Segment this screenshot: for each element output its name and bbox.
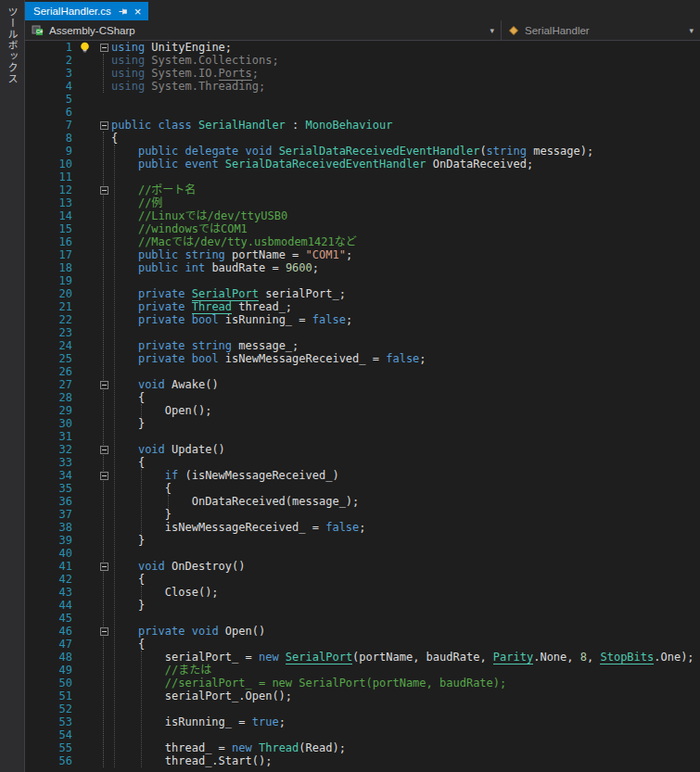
line-number[interactable]: 37 (25, 508, 72, 521)
code-text[interactable]: Open(); (111, 404, 700, 417)
line-number[interactable]: 26 (25, 365, 72, 378)
fold-collapse-toggle[interactable] (100, 44, 108, 52)
code-text[interactable]: { (111, 573, 700, 586)
code-text[interactable] (111, 547, 700, 560)
line-number[interactable]: 56 (25, 754, 72, 767)
lightbulb-icon[interactable] (72, 41, 96, 54)
line-number[interactable]: 28 (25, 391, 72, 404)
code-text[interactable]: thread_.Start(); (111, 754, 700, 767)
code-text[interactable]: Close(); (111, 586, 700, 599)
code-text[interactable]: void Update() (111, 443, 700, 456)
fold-collapse-toggle[interactable] (100, 627, 108, 636)
line-number[interactable]: 32 (25, 443, 72, 456)
line-number[interactable]: 44 (25, 599, 72, 612)
line-number[interactable]: 33 (25, 456, 72, 469)
pin-icon[interactable] (118, 6, 128, 17)
line-number[interactable]: 8 (25, 132, 72, 145)
line-number[interactable]: 19 (25, 274, 72, 287)
line-number[interactable]: 6 (25, 106, 72, 119)
code-text[interactable]: public event SerialDataReceivedEventHand… (111, 158, 700, 171)
code-text[interactable]: if (isNewMessageReceived_) (111, 469, 700, 482)
fold-collapse-toggle[interactable] (100, 446, 108, 454)
line-number[interactable]: 35 (25, 482, 72, 495)
code-text[interactable]: { (111, 456, 700, 469)
code-text[interactable]: } (111, 508, 700, 521)
line-number[interactable]: 53 (25, 715, 72, 728)
line-number[interactable]: 2 (25, 54, 72, 67)
fold-collapse-toggle[interactable] (100, 563, 108, 571)
line-number[interactable]: 23 (25, 326, 72, 339)
line-number[interactable]: 45 (25, 612, 72, 625)
line-number[interactable]: 12 (25, 184, 72, 196)
code-text[interactable]: //serialPort_ = new SerialPort(portName,… (111, 677, 700, 690)
line-number[interactable]: 17 (25, 248, 72, 261)
toolbox-panel-tab[interactable]: ツールボックス (0, 0, 25, 772)
line-number[interactable]: 16 (25, 235, 72, 248)
line-number[interactable]: 4 (25, 80, 72, 93)
code-text[interactable]: private void Open() (111, 625, 700, 638)
code-text[interactable] (111, 93, 700, 106)
line-number[interactable]: 3 (25, 67, 72, 80)
code-text[interactable]: { (111, 391, 700, 404)
code-text[interactable] (111, 106, 700, 119)
code-editor[interactable]: 1using UnityEngine;2using System.Collect… (25, 41, 700, 772)
close-icon[interactable]: × (134, 6, 142, 18)
code-text[interactable] (111, 365, 700, 378)
code-text[interactable]: public delegate void SerialDataReceivedE… (111, 145, 700, 158)
line-number[interactable]: 15 (25, 222, 72, 235)
line-number[interactable]: 52 (25, 702, 72, 715)
line-number[interactable]: 48 (25, 651, 72, 664)
code-text[interactable]: serialPort_.Open(); (111, 690, 700, 702)
code-text[interactable]: //例 (111, 196, 700, 209)
fold-collapse-toggle[interactable] (100, 186, 108, 195)
line-number[interactable]: 54 (25, 728, 72, 741)
line-number[interactable]: 47 (25, 638, 72, 651)
line-number[interactable]: 27 (25, 378, 72, 391)
code-text[interactable] (111, 430, 700, 443)
code-text[interactable] (111, 612, 700, 625)
line-number[interactable]: 13 (25, 196, 72, 209)
code-text[interactable]: void Awake() (111, 378, 700, 391)
code-text[interactable] (111, 171, 700, 184)
code-text[interactable]: //ポート名 (111, 184, 700, 196)
type-dropdown[interactable]: SerialHandler ▾ (501, 20, 700, 40)
tab-serialhandler-cs[interactable]: SerialHandler.cs × (25, 2, 148, 20)
code-text[interactable]: using System.Collections; (111, 54, 700, 67)
line-number[interactable]: 39 (25, 534, 72, 547)
code-text[interactable] (111, 728, 700, 741)
code-text[interactable]: public class SerialHandler : MonoBehavio… (111, 119, 700, 132)
line-number[interactable]: 36 (25, 495, 72, 508)
line-number[interactable]: 40 (25, 547, 72, 560)
project-dropdown[interactable]: C# Assembly-CSharp ▾ (25, 20, 501, 40)
code-text[interactable]: { (111, 132, 700, 145)
code-text[interactable]: using System.IO.Ports; (111, 67, 700, 80)
line-number[interactable]: 34 (25, 469, 72, 482)
line-number[interactable]: 24 (25, 339, 72, 352)
line-number[interactable]: 41 (25, 560, 72, 573)
line-number[interactable]: 46 (25, 625, 72, 638)
line-number[interactable]: 21 (25, 300, 72, 313)
line-number[interactable]: 11 (25, 171, 72, 184)
line-number[interactable]: 50 (25, 677, 72, 690)
line-number[interactable]: 10 (25, 158, 72, 171)
line-number[interactable]: 42 (25, 573, 72, 586)
fold-collapse-toggle[interactable] (100, 121, 108, 130)
code-text[interactable]: private SerialPort serialPort_; (111, 287, 700, 300)
line-number[interactable]: 43 (25, 586, 72, 599)
line-number[interactable]: 49 (25, 664, 72, 677)
line-number[interactable]: 31 (25, 430, 72, 443)
code-text[interactable]: isNewMessageReceived_ = false; (111, 521, 700, 534)
code-text[interactable]: using UnityEngine; (111, 41, 700, 54)
code-text[interactable]: private bool isNewMessageReceived_ = fal… (111, 352, 700, 365)
code-text[interactable]: //または (111, 664, 700, 677)
code-text[interactable]: public int baudRate = 9600; (111, 261, 700, 274)
line-number[interactable]: 51 (25, 690, 72, 702)
line-number[interactable]: 18 (25, 261, 72, 274)
code-text[interactable]: } (111, 534, 700, 547)
fold-collapse-toggle[interactable] (100, 472, 108, 480)
line-number[interactable]: 20 (25, 287, 72, 300)
code-text[interactable]: isRunning_ = true; (111, 715, 700, 728)
code-text[interactable] (111, 326, 700, 339)
code-text[interactable]: void OnDestroy() (111, 560, 700, 573)
line-number[interactable]: 25 (25, 352, 72, 365)
